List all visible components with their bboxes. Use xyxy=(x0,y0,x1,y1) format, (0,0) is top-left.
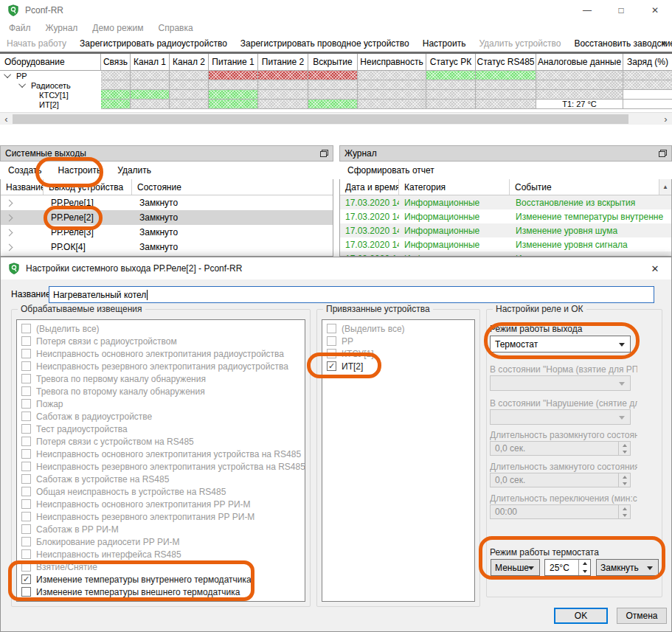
tree-expander-icon[interactable] xyxy=(4,71,11,78)
ok-button[interactable]: OK xyxy=(554,608,608,624)
checkbox-icon[interactable] xyxy=(21,324,31,333)
notification-checkbox-item[interactable]: Общая неисправность в устройстве на RS48… xyxy=(17,485,305,498)
device-row[interactable]: КТСУ[1] xyxy=(0,90,672,100)
notification-checkbox-item[interactable]: Тест радиоустройства xyxy=(17,423,305,435)
checkbox-icon[interactable] xyxy=(21,412,31,421)
journal-row[interactable]: 17.03.2020 14... Информационные Изменени… xyxy=(340,237,671,251)
column-header[interactable]: Связь xyxy=(101,54,131,71)
notification-checkbox-item[interactable]: Тревога по первому каналу обнаружения xyxy=(17,372,305,385)
tree-expander-icon[interactable] xyxy=(18,80,26,88)
device-checkbox-item[interactable]: РР xyxy=(322,335,474,347)
column-header[interactable]: Питание 2 xyxy=(258,54,308,71)
notification-checkbox-item[interactable]: Неисправность основного электропитания у… xyxy=(17,448,305,460)
scroll-up-icon[interactable]: ▲ xyxy=(659,179,671,195)
notification-checkbox-item[interactable]: Блокирование радиосети РР РИ-М xyxy=(17,535,305,548)
checkbox-icon[interactable] xyxy=(21,499,31,509)
column-header[interactable]: Статус РК xyxy=(426,54,476,71)
checkbox-icon[interactable] xyxy=(21,449,31,459)
checkbox-icon[interactable] xyxy=(327,361,336,371)
output-row[interactable]: РР.Реле[2] Замкнуто xyxy=(1,210,333,225)
checkbox-icon[interactable] xyxy=(21,474,31,484)
column-header[interactable]: Неисправность xyxy=(358,54,426,71)
notification-checkbox-item[interactable]: Изменение температуры внешнего термодатч… xyxy=(17,586,305,598)
checkbox-icon[interactable] xyxy=(21,437,31,446)
column-header[interactable]: Канал 1 xyxy=(131,54,170,71)
journal-row[interactable]: 17.03.2020 14... Информационные Изменени… xyxy=(340,223,671,237)
checkbox-icon[interactable] xyxy=(21,462,31,471)
row-expander-icon[interactable] xyxy=(6,229,13,236)
thermostat-action-select[interactable]: Замкнуть xyxy=(596,559,659,576)
notification-checkbox-item[interactable]: Потеря связи с радиоустройством xyxy=(17,335,305,347)
notification-checkbox-item[interactable]: Неисправность основного электропитания р… xyxy=(17,347,305,360)
name-input[interactable]: Нагревательный котел xyxy=(49,286,654,303)
menu-file[interactable]: Файл xyxy=(1,23,38,33)
column-header-state[interactable]: Состояние xyxy=(132,179,333,195)
cancel-button[interactable]: Отмена xyxy=(617,608,667,624)
column-header[interactable]: Аналоговые данные xyxy=(536,54,623,71)
column-header-name[interactable]: Название xyxy=(1,179,44,195)
dialog-close-icon[interactable]: ✕ xyxy=(639,257,671,279)
notification-checkbox-item[interactable]: Саботаж в радиоустройстве xyxy=(17,410,305,423)
scroll-right-icon[interactable]: › xyxy=(659,113,672,125)
thermostat-temperature-spinner[interactable]: 25°C xyxy=(544,559,591,576)
generate-report-button[interactable]: Сформировать отчет xyxy=(339,165,443,176)
device-checkbox-item[interactable]: ИТ[2] xyxy=(322,360,474,372)
output-row[interactable]: РР.Реле[1] Замкнуто xyxy=(1,195,333,210)
column-header-event[interactable]: Событие xyxy=(510,179,659,195)
toolbar-overflow-icon[interactable]: » xyxy=(661,38,671,48)
delete-output-button[interactable]: Удалить xyxy=(109,165,159,176)
checkbox-icon[interactable] xyxy=(21,361,31,371)
checkbox-icon[interactable] xyxy=(21,512,31,521)
row-expander-icon[interactable] xyxy=(6,214,13,221)
notification-checkbox-item[interactable]: Неисправность резервного электропитания … xyxy=(17,460,305,473)
checkbox-icon[interactable] xyxy=(21,336,31,346)
checkbox-icon[interactable] xyxy=(21,524,31,534)
checkbox-icon[interactable] xyxy=(327,336,336,346)
row-expander-icon[interactable] xyxy=(6,243,13,251)
float-window-icon[interactable] xyxy=(659,150,667,157)
spin-up-icon[interactable] xyxy=(579,560,590,568)
notification-checkbox-item[interactable]: Тревога по второму каналу обнаружения xyxy=(17,385,305,397)
journal-row[interactable]: 17.03.2020 14... Информационные Изменени… xyxy=(340,251,671,257)
toolbar-button[interactable]: Настроить xyxy=(416,38,473,49)
checkbox-icon[interactable] xyxy=(21,386,31,396)
thermostat-condition-select[interactable]: Меньше xyxy=(491,559,540,576)
horizontal-scrollbar[interactable]: ‹ › xyxy=(0,112,672,125)
toolbar-button[interactable]: Зарегистрировать проводное устройство xyxy=(234,38,416,49)
notification-checkbox-item[interactable]: Неисправность основного электропитания Р… xyxy=(17,498,305,510)
checkbox-icon[interactable] xyxy=(21,424,31,434)
checkbox-icon[interactable] xyxy=(21,587,31,597)
column-header[interactable]: Вскрытие xyxy=(308,54,358,71)
checkbox-icon[interactable] xyxy=(21,374,31,383)
output-row[interactable]: РР.Реле[3] Замкнуто xyxy=(1,225,333,240)
scrollbar-thumb[interactable] xyxy=(13,114,628,124)
notification-checkbox-item[interactable]: Потеря связи с устройством на RS485 xyxy=(17,435,305,448)
checkbox-icon[interactable] xyxy=(21,562,31,572)
notification-checkbox-item[interactable]: Саботаж в РР РИ-М xyxy=(17,523,305,535)
maximize-button[interactable]: □ xyxy=(604,0,638,21)
checkbox-icon[interactable] xyxy=(21,574,31,584)
device-row[interactable]: ИТ[2] xyxy=(0,100,672,109)
close-button[interactable]: ✕ xyxy=(638,0,672,21)
checkbox-icon[interactable] xyxy=(21,399,31,409)
checkbox-icon[interactable] xyxy=(327,349,336,358)
output-row[interactable]: РР.ОК[4] Замкнуто xyxy=(1,240,333,254)
column-header[interactable]: Канал 2 xyxy=(170,54,209,71)
notification-checkbox-item[interactable]: Взятие/Снятие xyxy=(17,560,305,573)
column-header-output[interactable]: Выход устройства xyxy=(44,179,132,195)
checkbox-icon[interactable] xyxy=(21,549,31,559)
menu-demo-mode[interactable]: Демо режим xyxy=(85,23,150,33)
checkbox-icon[interactable] xyxy=(21,487,31,496)
checkbox-icon[interactable] xyxy=(21,349,31,358)
column-header-datetime[interactable]: Дата и время xyxy=(340,179,399,195)
device-checkbox-item[interactable]: (Выделить все) xyxy=(322,322,474,335)
notification-checkbox-item[interactable]: Неисправность резервного электропитания … xyxy=(17,360,305,372)
output-mode-select[interactable]: Термостат xyxy=(490,336,631,353)
float-window-icon[interactable] xyxy=(320,150,328,157)
scroll-left-icon[interactable]: ‹ xyxy=(0,113,13,125)
menu-help[interactable]: Справка xyxy=(151,23,201,33)
column-header-category[interactable]: Категория xyxy=(399,179,510,195)
column-header[interactable]: Статус RS485 xyxy=(476,54,536,71)
configure-output-button[interactable]: Настроить xyxy=(50,165,110,176)
journal-row[interactable]: 17.03.2020 14... Информационные Изменени… xyxy=(340,209,671,223)
